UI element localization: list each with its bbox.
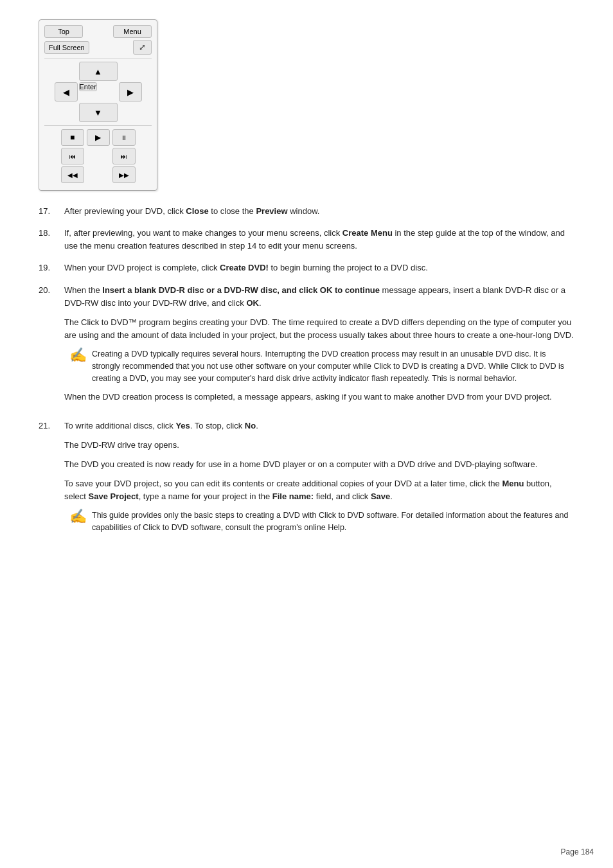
nav-pad: ▲ ◀ Enter ▶ ▼ xyxy=(44,62,152,122)
nav-right-button[interactable]: ▶ xyxy=(119,82,142,102)
instruction-list: 17. After previewing your DVD, click Clo… xyxy=(39,205,574,540)
next-track-button[interactable]: ⏭ xyxy=(112,148,136,164)
divider-2 xyxy=(44,125,152,126)
nav-down-button[interactable]: ▼ xyxy=(79,103,118,122)
dvd-remote-widget: Top Menu Full Screen ⤢ ▲ ◀ Enter ▶ ▼ ■ xyxy=(39,19,157,191)
step-20-sub: The Click to DVD™ program begins creatin… xyxy=(64,316,574,404)
fastforward-button[interactable]: ▶▶ xyxy=(112,166,136,183)
menu-button[interactable]: Menu xyxy=(113,25,152,38)
step-20-note: ✍ Creating a DVD typically requires seve… xyxy=(64,348,574,384)
step-21-sub-para3: To save your DVD project, so you can edi… xyxy=(64,477,574,503)
prev-track-button[interactable]: ⏮ xyxy=(61,148,84,164)
transport-row-2: ⏮ ⏭ xyxy=(44,148,152,164)
step-content-17: After previewing your DVD, click Close t… xyxy=(64,205,574,218)
step-21-sub-para2: The DVD you created is now ready for use… xyxy=(64,458,574,471)
step-18: 18. If, after previewing, you want to ma… xyxy=(39,227,574,252)
step-20-sub-para1: The Click to DVD™ program begins creatin… xyxy=(64,316,574,342)
rewind-button[interactable]: ◀◀ xyxy=(61,166,84,183)
step-20: 20. When the Insert a blank DVD-R disc o… xyxy=(39,284,574,411)
step-21-main: To write additional discs, click Yes. To… xyxy=(64,420,574,432)
step-21: 21. To write additional discs, click Yes… xyxy=(39,420,574,540)
step-number-17: 17. xyxy=(39,205,64,218)
play-button[interactable]: ▶ xyxy=(87,129,110,146)
step-content-21: To write additional discs, click Yes. To… xyxy=(64,420,574,540)
nav-up-button[interactable]: ▲ xyxy=(79,62,118,81)
pause-button[interactable]: ⏸ xyxy=(112,129,136,146)
note-icon-20: ✍ xyxy=(69,348,87,362)
step-content-18: If, after previewing, you want to make c… xyxy=(64,227,574,252)
step-21-note: ✍ This guide provides only the basic ste… xyxy=(64,509,574,534)
step-21-sub: The DVD-RW drive tray opens. The DVD you… xyxy=(64,439,574,534)
step-content-19: When your DVD project is complete, click… xyxy=(64,261,574,274)
step-number-21: 21. xyxy=(39,420,64,540)
step-19: 19. When your DVD project is complete, c… xyxy=(39,261,574,274)
step-number-19: 19. xyxy=(39,261,64,274)
step-19-text: When your DVD project is complete, click… xyxy=(64,263,428,272)
step-21-sub-para1: The DVD-RW drive tray opens. xyxy=(64,439,574,452)
top-button[interactable]: Top xyxy=(44,25,83,38)
step-20-sub-para2: When the DVD creation process is complet… xyxy=(64,391,574,403)
step-content-20: When the Insert a blank DVD-R disc or a … xyxy=(64,284,574,411)
nav-left-button[interactable]: ◀ xyxy=(55,82,78,102)
transport-row-1: ■ ▶ ⏸ xyxy=(44,129,152,146)
enter-button[interactable]: Enter xyxy=(79,82,97,91)
transport-row-3: ◀◀ ▶▶ xyxy=(44,166,152,183)
step-18-text: If, after previewing, you want to make c… xyxy=(64,228,565,251)
fullscreen-icon: ⤢ xyxy=(133,40,152,55)
step-17: 17. After previewing your DVD, click Clo… xyxy=(39,205,574,218)
step-17-text: After previewing your DVD, click Close t… xyxy=(64,206,319,216)
step-21-note-text: This guide provides only the basic steps… xyxy=(92,509,574,534)
page-number: Page 184 xyxy=(561,847,594,856)
divider-1 xyxy=(44,58,152,58)
page-footer: Page 184 xyxy=(561,847,594,856)
note-icon-21: ✍ xyxy=(69,509,87,524)
fullscreen-button[interactable]: Full Screen xyxy=(44,41,89,54)
step-number-18: 18. xyxy=(39,227,64,252)
step-20-main: When the Insert a blank DVD-R disc or a … xyxy=(64,284,574,310)
stop-button[interactable]: ■ xyxy=(61,129,84,146)
step-20-note-text: Creating a DVD typically requires severa… xyxy=(92,348,574,384)
step-number-20: 20. xyxy=(39,284,64,411)
